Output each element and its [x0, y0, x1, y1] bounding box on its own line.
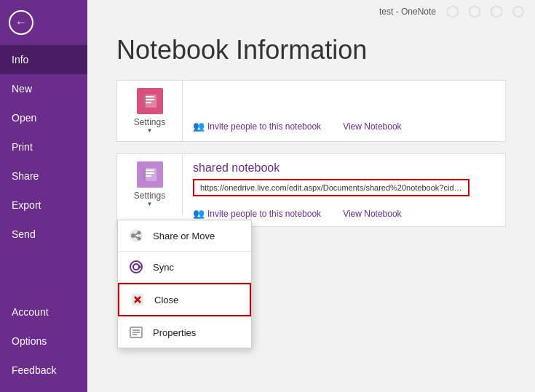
- svg-marker-2: [491, 6, 502, 17]
- top-bar: test - OneNote: [87, 0, 535, 23]
- sidebar-item-account[interactable]: Account: [0, 297, 87, 327]
- notebook-info-1: 👥 Invite people to this notebook View No…: [183, 81, 505, 139]
- svg-marker-21: [139, 265, 141, 269]
- notebook-settings-button-1[interactable]: Settings ▼: [117, 81, 183, 141]
- notebook-name-2: shared notebook: [193, 161, 495, 175]
- menu-item-properties[interactable]: Properties: [118, 317, 251, 348]
- sidebar-label-send: Send: [12, 228, 36, 240]
- notebook-info-2: shared notebook https://onedrive.live.co…: [183, 154, 505, 226]
- sidebar-label-print: Print: [12, 141, 33, 153]
- invite-link-2[interactable]: 👥 Invite people to this notebook: [193, 208, 321, 219]
- sidebar-item-share[interactable]: Share: [0, 161, 87, 191]
- sidebar-label-info: Info: [12, 54, 28, 65]
- svg-marker-1: [469, 6, 480, 17]
- back-button[interactable]: ←: [3, 4, 39, 41]
- svg-rect-11: [146, 172, 154, 174]
- context-menu: Share or Move Sync: [117, 220, 252, 348]
- sidebar-label-export: Export: [12, 199, 41, 211]
- sidebar-item-send[interactable]: Send: [0, 220, 87, 249]
- notebook-url-2: https://onedrive.live.com/edit.aspx/Docu…: [193, 179, 469, 196]
- close-menu-icon: [130, 292, 146, 308]
- main-content: test - OneNote Notebook Information: [87, 0, 535, 392]
- invite-link-1[interactable]: 👥 Invite people to this notebook: [193, 121, 321, 132]
- svg-rect-12: [146, 175, 151, 177]
- properties-icon: [128, 324, 144, 340]
- svg-point-16: [138, 231, 141, 235]
- sidebar-bottom: Account Options Feedback: [0, 297, 87, 392]
- titlebar-icons: [443, 2, 528, 21]
- notebook-card-1: Settings ▼ 👥 Invite people to this noteb…: [116, 80, 506, 142]
- person-icon-2: 👥: [193, 208, 205, 219]
- sidebar-item-open[interactable]: Open: [0, 103, 87, 132]
- sync-icon: [128, 259, 144, 275]
- sidebar-item-print[interactable]: Print: [0, 132, 87, 161]
- svg-marker-0: [448, 6, 458, 17]
- share-or-move-icon: [128, 228, 144, 244]
- settings-label-2: Settings: [134, 191, 165, 201]
- back-arrow-icon: ←: [9, 10, 33, 35]
- notebook-card-2: Settings ▼ shared notebook https://onedr…: [116, 153, 506, 227]
- menu-item-close[interactable]: Close: [118, 283, 251, 316]
- page-title: Notebook Information: [87, 23, 535, 80]
- caret-icon-2: ▼: [147, 201, 153, 207]
- view-notebook-link-2[interactable]: View Notebook: [343, 209, 402, 219]
- svg-point-15: [131, 233, 135, 238]
- settings-label-1: Settings: [134, 117, 165, 127]
- view-notebook-link-1[interactable]: View Notebook: [343, 121, 402, 132]
- menu-label-sync: Sync: [153, 262, 174, 273]
- person-icon-1: 👥: [193, 121, 205, 132]
- menu-item-share-or-move[interactable]: Share or Move: [118, 220, 251, 251]
- menu-item-sync[interactable]: Sync: [118, 252, 251, 282]
- sidebar-item-export[interactable]: Export: [0, 191, 87, 220]
- svg-point-17: [138, 237, 141, 241]
- svg-rect-6: [146, 99, 154, 100]
- notebook-settings-button-2[interactable]: Settings ▼: [117, 154, 183, 215]
- notebook-links-2: 👥 Invite people to this notebook View No…: [193, 208, 495, 219]
- sidebar-label-share: Share: [12, 170, 39, 182]
- svg-rect-7: [146, 102, 151, 103]
- hex-icon-2: [465, 2, 484, 21]
- sidebar-label-account: Account: [12, 306, 49, 318]
- svg-rect-5: [146, 96, 154, 97]
- notebook-links-1: 👥 Invite people to this notebook View No…: [193, 121, 495, 132]
- sidebar-item-feedback[interactable]: Feedback: [0, 356, 87, 385]
- notebooks-area: Settings ▼ 👥 Invite people to this noteb…: [87, 80, 535, 227]
- sidebar-item-options[interactable]: Options: [0, 327, 87, 356]
- notebook-icon-1: [137, 88, 163, 114]
- menu-label-share-or-move: Share or Move: [153, 231, 215, 241]
- svg-rect-10: [146, 169, 154, 171]
- svg-rect-13: [143, 168, 146, 181]
- menu-label-close: Close: [154, 295, 178, 305]
- svg-point-3: [513, 7, 523, 17]
- sidebar-label-options: Options: [12, 335, 47, 347]
- sidebar: ← Info New Open Print Share Export Send …: [0, 0, 87, 392]
- caret-icon-1: ▼: [147, 127, 153, 134]
- sidebar-label-new: New: [12, 83, 32, 95]
- sidebar-label-open: Open: [12, 112, 36, 124]
- svg-rect-8: [143, 95, 146, 108]
- title-bar-text: test - OneNote: [379, 7, 436, 17]
- sidebar-item-info[interactable]: Info: [0, 45, 87, 74]
- menu-label-properties: Properties: [153, 327, 196, 338]
- hex-icon-3: [487, 2, 506, 21]
- circle-icon: [509, 2, 528, 21]
- hex-icon-1: [443, 2, 462, 21]
- sidebar-label-feedback: Feedback: [12, 364, 56, 376]
- notebook-icon-2: [137, 161, 163, 188]
- sidebar-item-new[interactable]: New: [0, 74, 87, 103]
